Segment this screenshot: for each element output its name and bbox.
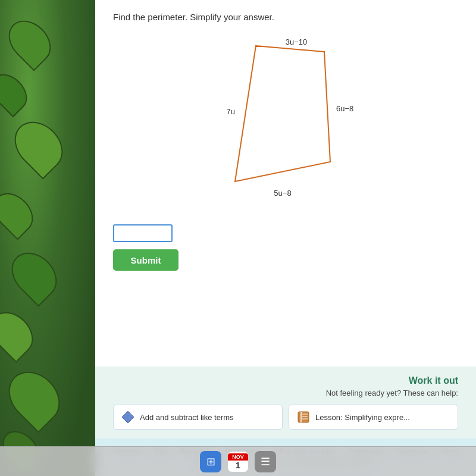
- sidebar: [0, 0, 95, 476]
- taskbar-icon-finder[interactable]: ⊞: [200, 451, 221, 472]
- calendar-day: 1: [236, 461, 240, 470]
- svg-rect-1: [298, 412, 309, 422]
- shape-polygon: [235, 46, 330, 181]
- main-content: Find the perimeter. Simplify your answer…: [95, 0, 476, 476]
- diamond-icon: [121, 410, 135, 424]
- side-label-right: 6u−8: [336, 104, 353, 113]
- work-it-out-title: Work it out: [113, 375, 458, 386]
- calendar-month: NOV: [228, 453, 248, 461]
- help-link-2[interactable]: Lesson: Simplifying expre...: [289, 405, 458, 430]
- question-instruction: Find the perimeter. Simplify your answer…: [113, 12, 458, 22]
- help-links-container: Add and subtract like terms Lesson: Simp…: [113, 405, 458, 430]
- svg-marker-0: [122, 411, 134, 423]
- help-link-1[interactable]: Add and subtract like terms: [113, 405, 283, 430]
- answer-input[interactable]: [113, 224, 173, 242]
- content-panel: Find the perimeter. Simplify your answer…: [95, 0, 476, 367]
- work-it-out-section: Work it out Not feeling ready yet? These…: [95, 367, 476, 439]
- answer-section: Submit: [113, 224, 458, 271]
- quadrilateral-shape: 3u−10 7u 6u−8 5u−8: [208, 34, 363, 206]
- taskbar: ⊞ NOV 1 ☰: [0, 446, 476, 476]
- help-link-2-label: Lesson: Simplifying expre...: [315, 413, 410, 422]
- side-label-left: 7u: [227, 107, 235, 116]
- work-it-out-subtitle: Not feeling ready yet? These can help:: [113, 389, 458, 397]
- shape-container: 3u−10 7u 6u−8 5u−8: [113, 34, 458, 206]
- submit-button[interactable]: Submit: [113, 249, 178, 271]
- book-icon: [296, 410, 311, 424]
- taskbar-icon-calendar[interactable]: NOV 1: [227, 451, 249, 472]
- side-label-top: 3u−10: [286, 37, 308, 46]
- help-link-1-label: Add and subtract like terms: [140, 413, 234, 422]
- side-label-bottom: 5u−8: [274, 189, 291, 198]
- taskbar-icon-menu[interactable]: ☰: [255, 451, 276, 472]
